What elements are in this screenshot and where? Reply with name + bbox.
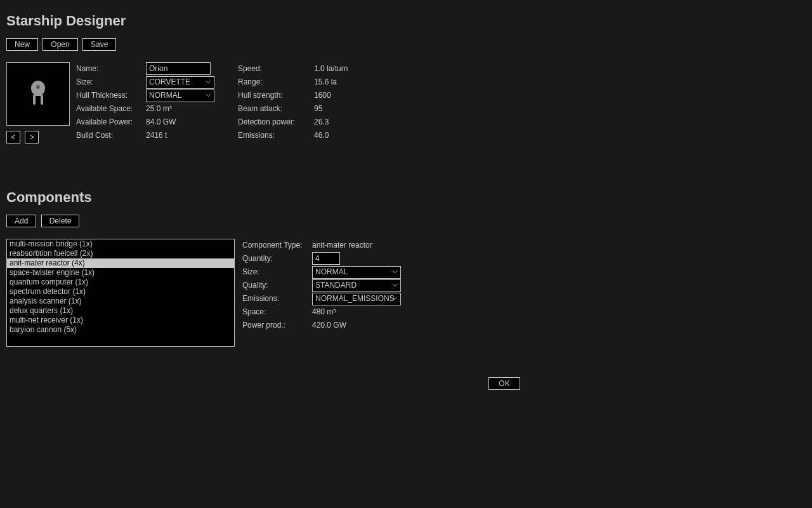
list-item[interactable]: spectrum detector (1x)	[7, 287, 234, 297]
components-section: Components Add Delete multi-mission brid…	[6, 189, 806, 347]
power-prod-value: 420.0 GW	[312, 319, 426, 332]
svg-rect-2	[33, 95, 36, 105]
component-size-value: NORMAL	[315, 265, 348, 279]
list-item[interactable]: baryion cannon (5x)	[7, 325, 234, 335]
emissions-select[interactable]: NORMAL_EMISSIONS	[312, 293, 401, 305]
preview-next-button[interactable]: >	[25, 131, 39, 144]
list-item[interactable]: delux quarters (1x)	[7, 306, 234, 316]
components-toolbar: Add Delete	[6, 215, 806, 227]
ship-size-select[interactable]: CORVETTE	[146, 76, 214, 89]
available-power-value: 84.0 GW	[146, 116, 238, 129]
label-quality: Quality:	[242, 279, 312, 292]
label-hull-strength: Hull strength:	[238, 89, 314, 102]
chevron-down-icon	[206, 80, 211, 84]
list-item[interactable]: multi-mission bridge (1x)	[7, 239, 234, 249]
detection-power-value: 26.3	[314, 116, 406, 129]
label-beam-attack: Beam attack:	[238, 102, 314, 116]
quantity-input[interactable]	[312, 252, 340, 265]
save-button[interactable]: Save	[82, 38, 116, 51]
list-item[interactable]: anit-mater reactor (4x)	[7, 258, 234, 268]
component-list[interactable]: multi-mission bridge (1x)reabsorbtion fu…	[6, 239, 235, 347]
label-detection-power: Detection power:	[238, 116, 314, 129]
available-space-value: 25.0 m³	[146, 102, 238, 116]
label-available-space: Available Space:	[76, 102, 146, 116]
label-comp-size: Size:	[242, 265, 312, 279]
quality-select[interactable]: STANDARD	[312, 279, 401, 292]
ship-overview: < > Name: Size: Hull Thickness: Availabl…	[6, 62, 806, 144]
preview-prev-button[interactable]: <	[6, 131, 20, 144]
svg-rect-4	[36, 93, 41, 96]
ship-preview	[6, 62, 70, 126]
build-cost-value: 2416 t	[146, 129, 238, 142]
page-title: Starship Designer	[6, 13, 806, 29]
chevron-down-icon	[392, 270, 398, 274]
beam-attack-value: 95	[314, 102, 406, 116]
list-item[interactable]: quantum computer (1x)	[7, 277, 234, 287]
emissions-select-value: NORMAL_EMISSIONS	[315, 292, 395, 305]
open-button[interactable]: Open	[43, 38, 77, 51]
hull-thickness-value: NORMAL	[149, 89, 181, 102]
speed-value: 1.0 la/turn	[314, 62, 406, 76]
hull-thickness-select[interactable]: NORMAL	[146, 90, 214, 102]
list-item[interactable]: space-twister engine (1x)	[7, 268, 234, 277]
chevron-down-icon	[392, 297, 398, 300]
label-component-type: Component Type:	[242, 239, 312, 252]
label-speed: Speed:	[238, 62, 314, 76]
list-item[interactable]: multi-net receiver (1x)	[7, 316, 234, 325]
label-comp-space: Space:	[242, 305, 312, 319]
list-item[interactable]: reabsorbtion fuelcell (2x)	[7, 249, 234, 258]
quality-value: STANDARD	[315, 279, 357, 292]
label-available-power: Available Power:	[76, 116, 146, 129]
label-power-prod: Power prod.:	[242, 319, 312, 332]
label-name: Name:	[76, 62, 146, 76]
svg-point-1	[36, 85, 40, 89]
label-quantity: Quantity:	[242, 252, 312, 265]
ship-name-input[interactable]	[146, 62, 211, 75]
add-component-button[interactable]: Add	[6, 215, 36, 227]
hull-strength-value: 1600	[314, 89, 406, 102]
designer-toolbar: New Open Save	[6, 38, 806, 51]
label-comp-emissions: Emissions:	[242, 292, 312, 305]
svg-rect-3	[41, 95, 43, 105]
chevron-down-icon	[206, 93, 211, 97]
delete-component-button[interactable]: Delete	[41, 215, 80, 227]
component-space-value: 480 m³	[312, 305, 426, 319]
ship-icon	[27, 79, 49, 109]
range-value: 15.6 la	[314, 76, 406, 89]
emissions-value: 46.0	[314, 129, 406, 142]
ship-size-value: CORVETTE	[149, 76, 190, 89]
label-emissions: Emissions:	[238, 129, 314, 142]
chevron-down-icon	[392, 283, 398, 287]
component-size-select[interactable]: NORMAL	[312, 266, 401, 279]
new-button[interactable]: New	[6, 38, 38, 51]
components-title: Components	[6, 189, 806, 206]
list-item[interactable]: analysis scanner (1x)	[7, 297, 234, 306]
label-range: Range:	[238, 76, 314, 89]
label-build-cost: Build Cost:	[76, 129, 146, 142]
ok-button[interactable]: OK	[488, 377, 520, 390]
label-hull-thickness: Hull Thickness:	[76, 89, 146, 102]
component-type-value: anit-mater reactor	[312, 239, 426, 252]
label-size: Size:	[76, 76, 146, 89]
